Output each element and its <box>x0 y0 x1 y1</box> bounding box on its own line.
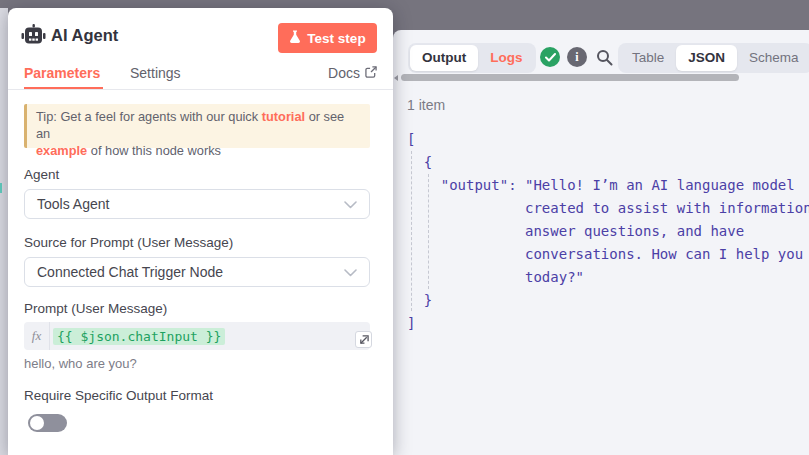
node-title: AI Agent <box>51 26 118 45</box>
output-panel: Output Logs i Table JSON Schema 1 item [… <box>393 30 809 455</box>
json-viewer: [ { "output": "Hello! I’m an AI language… <box>393 30 809 455</box>
prompt-source-label: Source for Prompt (User Message) <box>24 235 233 250</box>
expression-code[interactable]: {{ $json.chatInput }} <box>50 322 225 350</box>
chevron-down-icon <box>344 196 357 212</box>
agent-label: Agent <box>24 167 59 182</box>
output-format-label: Require Specific Output Format <box>24 388 213 403</box>
test-step-button[interactable]: Test step <box>278 23 377 53</box>
canvas-connection-fragment <box>0 183 2 193</box>
tip-callout: Tip: Get a feel for agents with our quic… <box>24 104 370 148</box>
tab-settings[interactable]: Settings <box>130 65 181 81</box>
json-output-text: [ { "output": "Hello! I’m an AI language… <box>407 128 809 335</box>
chevron-down-icon <box>344 264 357 280</box>
docs-link[interactable]: Docs <box>328 65 377 81</box>
tab-parameters[interactable]: Parameters <box>24 65 100 81</box>
prompt-source-select[interactable]: Connected Chat Trigger Node <box>24 257 370 287</box>
input-panel-edge <box>0 8 8 455</box>
example-link[interactable]: example <box>36 143 87 158</box>
toggle-knob <box>30 416 44 430</box>
ai-agent-robot-icon <box>21 24 46 51</box>
external-link-icon <box>365 65 377 81</box>
prompt-label: Prompt (User Message) <box>24 301 167 316</box>
agent-select[interactable]: Tools Agent <box>24 189 370 219</box>
output-format-toggle[interactable] <box>28 414 67 432</box>
expression-resolved-hint: hello, who are you? <box>24 356 137 371</box>
expand-expression-icon[interactable] <box>355 331 372 348</box>
fx-icon: fx <box>24 322 50 350</box>
tutorial-link[interactable]: tutorial <box>262 109 305 124</box>
prompt-expression-field[interactable]: fx {{ $json.chatInput }} <box>24 322 370 350</box>
flask-icon <box>289 30 301 46</box>
ndv-modal: Output Logs i Table JSON Schema 1 item [… <box>0 0 809 455</box>
divider <box>8 89 393 90</box>
node-settings-card: AI Agent Test step Parameters Settings D… <box>8 8 393 455</box>
